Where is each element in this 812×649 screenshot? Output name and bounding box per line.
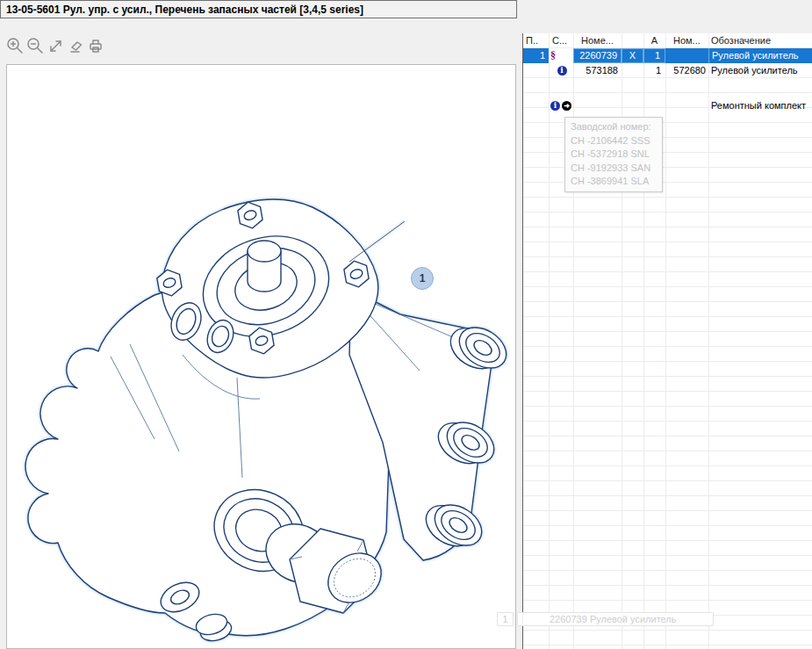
cell-number: 573188 <box>573 63 622 78</box>
grid-line <box>708 33 709 649</box>
drawing-toolbar <box>5 35 105 56</box>
eraser-icon <box>66 36 85 55</box>
replace-icon[interactable]: ➜ <box>562 101 571 111</box>
fit-view-icon <box>46 36 65 55</box>
page-title: 13-05-5601 Рул. упр. с усил., Перечень з… <box>0 0 517 18</box>
ghost-row-pos: 1 <box>497 612 514 626</box>
col-header-status[interactable]: С... <box>549 33 573 48</box>
zoom-in-button[interactable] <box>5 35 25 56</box>
table-header-row: П.. С... Номе... А Ном... Обозначение <box>523 33 812 48</box>
tooltip-line: CH -9192933 SAN <box>571 162 657 176</box>
cell-pos <box>523 98 549 113</box>
cell-number <box>573 98 622 113</box>
table-row[interactable]: i ➜ Ремонтный комплект <box>523 98 812 113</box>
tooltip-line: CH -3869941 SLA <box>571 175 657 189</box>
eraser-button[interactable] <box>66 35 85 56</box>
col-header-designation[interactable]: Обозначение <box>708 33 812 48</box>
cell-x: X <box>622 48 643 63</box>
cell-status: i <box>549 63 573 78</box>
print-icon <box>86 36 105 55</box>
cell-pos <box>523 63 549 78</box>
steering-gear-drawing <box>7 65 516 649</box>
cell-qty: 1 <box>643 48 665 63</box>
cell-number: 2260739 <box>573 48 622 63</box>
ghost-row-text: 2260739 Рулевой усилитель <box>517 612 714 626</box>
cell-number2 <box>665 48 708 63</box>
table-row[interactable]: i 573188 1 572680 Рулевой усилитель <box>523 63 812 78</box>
grid-line <box>665 33 666 649</box>
factory-number-tooltip: Заводской номер: CH -2106442 SSS CH -537… <box>564 117 663 192</box>
cell-number2: 572680 <box>665 63 708 78</box>
cell-designation: Рулевой усилитель <box>708 63 812 78</box>
tooltip-line: CH -5372918 SNL <box>571 148 657 162</box>
zoom-out-button[interactable] <box>25 35 45 56</box>
cell-status: i ➜ <box>549 98 573 113</box>
col-header-qty[interactable]: А <box>643 33 665 48</box>
col-header-number2[interactable]: Ном... <box>665 33 708 48</box>
tooltip-line: CH -2106442 SSS <box>571 134 657 148</box>
cell-status: § <box>549 48 573 63</box>
cell-qty <box>643 98 665 113</box>
diagram-panel[interactable]: 1 <box>6 64 516 649</box>
callout-balloon-1[interactable]: 1 <box>411 267 434 290</box>
cell-x <box>622 63 643 78</box>
col-header-number[interactable]: Номе... <box>573 33 622 48</box>
print-button[interactable] <box>86 35 105 56</box>
table-row-selected[interactable]: 1 § 2260739 X 1 Рулевой усилитель <box>523 48 812 63</box>
tooltip-title: Заводской номер: <box>571 120 657 134</box>
fit-view-button[interactable] <box>46 35 65 56</box>
col-header-x[interactable] <box>622 33 643 48</box>
cell-x <box>622 98 643 113</box>
zoom-in-icon <box>5 36 25 55</box>
cell-qty: 1 <box>643 63 665 78</box>
info-icon[interactable]: i <box>550 101 560 111</box>
cell-number2 <box>665 98 708 113</box>
cell-designation: Ремонтный комплект <box>708 98 812 113</box>
info-icon[interactable]: i <box>557 66 567 76</box>
cell-designation: Рулевой усилитель <box>708 48 812 63</box>
zoom-out-icon <box>25 36 45 55</box>
cell-pos: 1 <box>523 48 549 63</box>
col-header-pos[interactable]: П.. <box>523 33 549 48</box>
section-symbol: § <box>550 48 556 63</box>
grid-line <box>549 33 550 649</box>
